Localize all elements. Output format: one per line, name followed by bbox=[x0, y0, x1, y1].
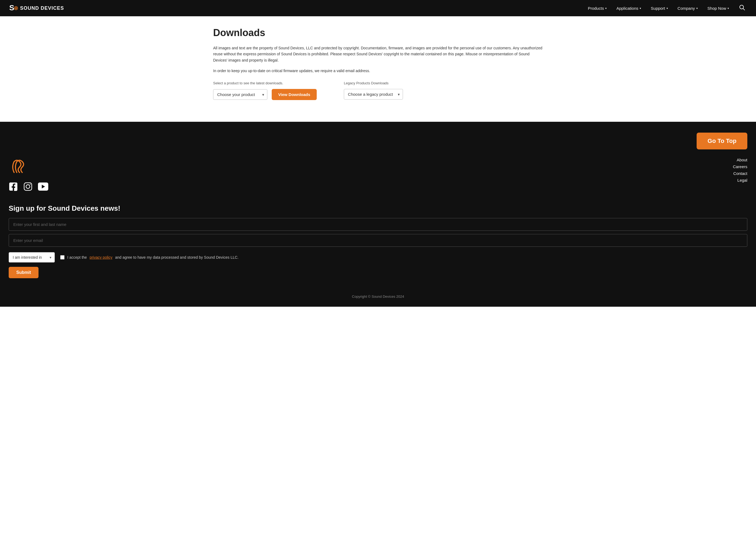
footer: Go To Top About Careers Co bbox=[0, 122, 756, 307]
svg-point-6 bbox=[26, 185, 30, 188]
search-icon[interactable] bbox=[737, 2, 747, 14]
footer-nav-links: About Careers Contact Legal bbox=[733, 157, 747, 182]
legacy-label: Legacy Products Downloads bbox=[344, 81, 403, 85]
privacy-text: I accept the bbox=[67, 255, 87, 260]
select-label: Select a product to see the latest downl… bbox=[213, 81, 317, 85]
privacy-row: I accept the privacy policy and agree to… bbox=[60, 255, 239, 260]
interest-select-wrapper: I am interested in bbox=[9, 252, 55, 263]
interest-select[interactable]: I am interested in bbox=[9, 252, 55, 263]
submit-button[interactable]: Submit bbox=[9, 267, 38, 278]
svg-point-7 bbox=[30, 184, 31, 185]
product-select[interactable]: Choose your product bbox=[213, 89, 267, 100]
footer-link-legal[interactable]: Legal bbox=[737, 178, 747, 182]
view-downloads-button[interactable]: View Downloads bbox=[272, 89, 317, 100]
newsletter-bottom: I am interested in I accept the privacy … bbox=[9, 252, 747, 263]
social-icons bbox=[9, 182, 48, 193]
legacy-select-wrapper: Choose a legacy product bbox=[344, 89, 403, 99]
site-logo[interactable]: S SOUND DEVICES bbox=[9, 3, 64, 13]
page-title: Downloads bbox=[213, 27, 543, 38]
svg-point-2 bbox=[15, 7, 17, 9]
footer-copyright: Copyright © Sound Devices 2024 bbox=[9, 289, 747, 299]
footer-link-about[interactable]: About bbox=[737, 157, 747, 162]
disclaimer-text: All images and text are the property of … bbox=[213, 45, 543, 63]
svg-rect-5 bbox=[24, 183, 32, 190]
go-to-top-button[interactable]: Go To Top bbox=[697, 133, 747, 149]
youtube-icon[interactable] bbox=[38, 182, 48, 193]
select-row: Choose your product View Downloads bbox=[213, 89, 317, 100]
nav-company[interactable]: Company ▾ bbox=[673, 1, 703, 16]
facebook-icon[interactable] bbox=[9, 182, 18, 193]
privacy-policy-link[interactable]: privacy policy bbox=[89, 255, 112, 260]
name-input[interactable] bbox=[9, 218, 747, 231]
nav-links: Products ▾ Applications ▾ Support ▾ Comp… bbox=[583, 1, 734, 16]
legacy-select[interactable]: Choose a legacy product bbox=[344, 89, 403, 99]
instagram-icon[interactable] bbox=[23, 182, 33, 193]
footer-top: Go To Top bbox=[9, 133, 747, 149]
footer-body: About Careers Contact Legal bbox=[9, 157, 747, 193]
download-section: Select a product to see the latest downl… bbox=[213, 81, 543, 100]
main-content: Downloads All images and text are the pr… bbox=[205, 16, 551, 122]
email-input[interactable] bbox=[9, 234, 747, 247]
privacy-checkbox[interactable] bbox=[60, 255, 64, 260]
footer-logo-social bbox=[9, 157, 48, 193]
nav-shop-now[interactable]: Shop Now ▾ bbox=[703, 1, 734, 16]
firmware-note: In order to keep you up-to-date on criti… bbox=[213, 68, 543, 73]
product-select-wrapper: Choose your product bbox=[213, 89, 267, 100]
nav-support[interactable]: Support ▾ bbox=[646, 1, 673, 16]
product-select-group: Select a product to see the latest downl… bbox=[213, 81, 317, 100]
footer-link-contact[interactable]: Contact bbox=[733, 171, 747, 176]
footer-link-careers[interactable]: Careers bbox=[733, 164, 747, 169]
svg-text:S: S bbox=[9, 3, 14, 12]
privacy-suffix: and agree to have my data processed and … bbox=[115, 255, 238, 260]
legacy-select-group: Legacy Products Downloads Choose a legac… bbox=[344, 81, 403, 99]
nav-products[interactable]: Products ▾ bbox=[583, 1, 611, 16]
navigation: S SOUND DEVICES Products ▾ Applications … bbox=[0, 0, 756, 16]
newsletter-section: Sign up for Sound Devices news! I am int… bbox=[9, 204, 747, 278]
newsletter-title: Sign up for Sound Devices news! bbox=[9, 204, 747, 213]
nav-applications[interactable]: Applications ▾ bbox=[611, 1, 646, 16]
svg-line-4 bbox=[743, 8, 745, 10]
footer-logo-icon bbox=[9, 157, 28, 177]
